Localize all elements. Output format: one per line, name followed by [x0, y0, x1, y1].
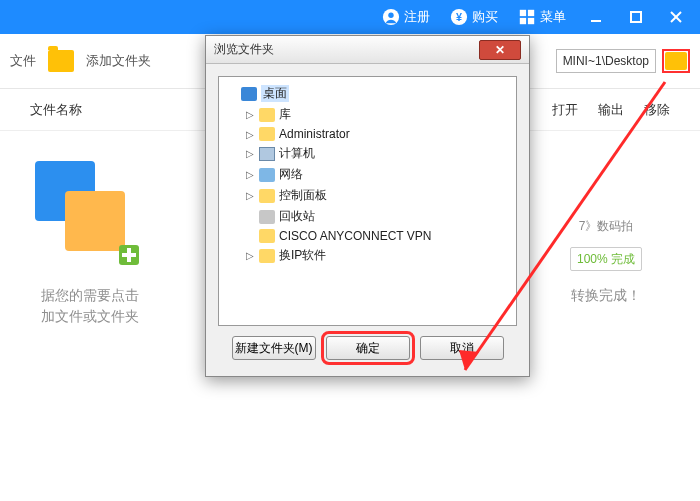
titlebar: 注册 ¥ 购买 菜单 — [0, 0, 700, 34]
column-remove: 移除 — [644, 101, 670, 119]
tree-item-computer[interactable]: ▷计算机 — [223, 143, 512, 164]
folder-tree[interactable]: 桌面 ▷库 ▷Administrator ▷计算机 ▷网络 ▷控制面板 回收站 … — [218, 76, 517, 326]
column-export: 输出 — [598, 101, 624, 119]
cancel-button[interactable]: 取消 — [420, 336, 504, 360]
network-icon — [259, 168, 275, 182]
folder-icon — [259, 249, 275, 263]
grid-icon — [518, 8, 536, 26]
file-label: 文件 — [10, 52, 36, 70]
control-panel-icon — [259, 189, 275, 203]
hint-text: 据您的需要点击 — [41, 285, 139, 306]
expand-icon[interactable]: ▷ — [245, 251, 255, 261]
dialog-title: 浏览文件夹 — [214, 41, 479, 58]
close-button[interactable] — [656, 0, 696, 34]
computer-icon — [259, 147, 275, 161]
card-done: 7》数码拍 100% 完成 转换完成！ — [526, 161, 686, 331]
folder-icon — [48, 50, 74, 72]
library-icon — [259, 108, 275, 122]
svg-rect-5 — [528, 10, 534, 16]
folder-icon — [665, 52, 687, 70]
tree-item-control-panel[interactable]: ▷控制面板 — [223, 185, 512, 206]
new-folder-button[interactable]: 新建文件夹(M) — [232, 336, 316, 360]
minimize-button[interactable] — [576, 0, 616, 34]
tree-item-admin[interactable]: ▷Administrator — [223, 125, 512, 143]
dialog-titlebar[interactable]: 浏览文件夹 ✕ — [206, 36, 529, 64]
expand-icon[interactable]: ▷ — [245, 110, 255, 120]
yen-icon: ¥ — [450, 8, 468, 26]
recycle-bin-icon — [259, 210, 275, 224]
expand-icon[interactable]: ▷ — [245, 149, 255, 159]
path-value: MINI~1\Desktop — [563, 54, 649, 68]
column-open: 打开 — [552, 101, 578, 119]
tree-item-ipswitch[interactable]: ▷换IP软件 — [223, 245, 512, 266]
user-folder-icon — [259, 127, 275, 141]
menu-label: 菜单 — [540, 8, 566, 26]
hint-text: 加文件或文件夹 — [41, 306, 139, 327]
expand-icon[interactable]: ▷ — [245, 170, 255, 180]
buy-label: 购买 — [472, 8, 498, 26]
buy-button[interactable]: ¥ 购买 — [440, 0, 508, 34]
ok-button[interactable]: 确定 — [326, 336, 410, 360]
status-text: 完成 — [611, 252, 635, 266]
card-add-files: 据您的需要点击 加文件或文件夹 — [10, 161, 170, 331]
percent-value: 100% — [577, 252, 608, 266]
tree-item-recycle[interactable]: 回收站 — [223, 206, 512, 227]
tree-item-cisco[interactable]: CISCO ANYCONNECT VPN — [223, 227, 512, 245]
desktop-icon — [241, 87, 257, 101]
register-button[interactable]: 注册 — [372, 0, 440, 34]
expand-icon[interactable]: ▷ — [245, 129, 255, 139]
output-path-field[interactable]: MINI~1\Desktop — [556, 49, 656, 73]
tree-item-library[interactable]: ▷库 — [223, 104, 512, 125]
svg-rect-6 — [520, 18, 526, 24]
progress-badge: 100% 完成 — [570, 247, 642, 271]
svg-text:¥: ¥ — [456, 11, 462, 23]
svg-rect-9 — [631, 12, 641, 22]
tree-item-desktop[interactable]: 桌面 — [223, 83, 512, 104]
maximize-button[interactable] — [616, 0, 656, 34]
add-folder-button[interactable]: 添加文件夹 — [86, 52, 151, 70]
user-icon — [382, 8, 400, 26]
expand-icon[interactable]: ▷ — [245, 191, 255, 201]
dialog-close-button[interactable]: ✕ — [479, 40, 521, 60]
add-files-illustration — [35, 161, 145, 271]
tree-item-network[interactable]: ▷网络 — [223, 164, 512, 185]
folder-icon — [259, 229, 275, 243]
menu-button[interactable]: 菜单 — [508, 0, 576, 34]
svg-point-1 — [388, 13, 393, 18]
browse-output-button[interactable] — [662, 49, 690, 73]
register-label: 注册 — [404, 8, 430, 26]
browse-folder-dialog: 浏览文件夹 ✕ 桌面 ▷库 ▷Administrator ▷计算机 ▷网络 ▷控… — [205, 35, 530, 377]
hint-text: 转换完成！ — [571, 285, 641, 306]
svg-rect-7 — [528, 18, 534, 24]
ssid-text: 7》数码拍 — [579, 217, 634, 235]
svg-rect-4 — [520, 10, 526, 16]
